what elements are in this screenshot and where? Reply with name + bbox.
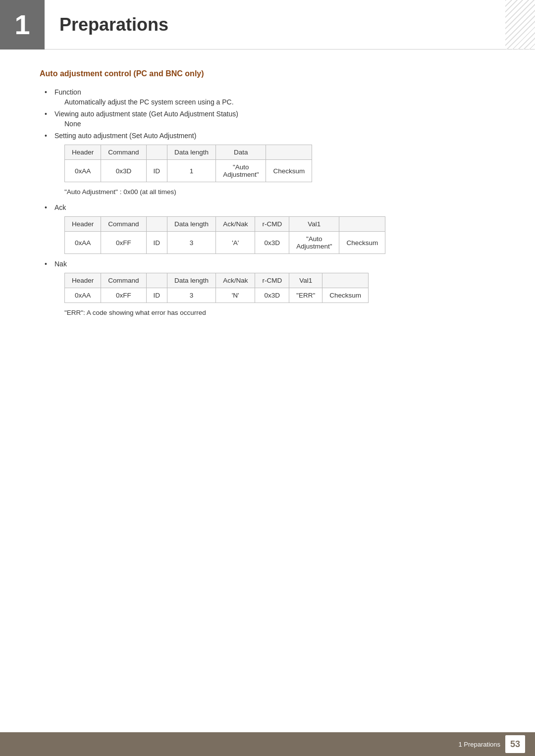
ack-cell-id: ID xyxy=(146,232,167,254)
ack-cell-acknak: 'A' xyxy=(216,232,255,254)
ack-col-header: Header xyxy=(65,217,101,232)
bullet-viewing-label: Viewing auto adjustment state (Get Auto … xyxy=(54,110,238,118)
bullet-ack: Ack Header Command Data length Ack/Nak r… xyxy=(45,203,495,254)
bullet-setting-label: Setting auto adjustment (Set Auto Adjust… xyxy=(54,132,196,140)
chapter-title: Preparations xyxy=(59,14,168,35)
bullet-ack-label: Ack xyxy=(54,203,66,211)
nak-note: "ERR": A code showing what error has occ… xyxy=(64,309,495,316)
bullet-setting: Setting auto adjustment (Set Auto Adjust… xyxy=(45,132,495,196)
cell-header-val: 0xAA xyxy=(65,160,101,182)
col-command: Command xyxy=(101,145,146,160)
ack-col-checksum xyxy=(339,217,385,232)
cell-command-val: 0x3D xyxy=(101,160,146,182)
ack-col-rcmd: r-CMD xyxy=(255,217,289,232)
ack-cell-checksum: Checksum xyxy=(339,232,385,254)
chapter-block: 1 xyxy=(0,0,45,50)
nak-cell-checksum: Checksum xyxy=(322,288,369,303)
bullet-function-detail: Automatically adjust the PC system scree… xyxy=(64,98,495,106)
bullet-viewing-detail: None xyxy=(64,120,495,128)
nak-col-command: Command xyxy=(101,273,146,288)
nak-col-val1: Val1 xyxy=(289,273,322,288)
col-id-header xyxy=(146,145,167,160)
nak-col-rcmd: r-CMD xyxy=(255,273,289,288)
cell-checksum-val: Checksum xyxy=(266,160,312,182)
ack-cell-command: 0xFF xyxy=(101,232,146,254)
ack-cell-rcmd: 0x3D xyxy=(255,232,289,254)
footer-text: 1 Preparations xyxy=(458,741,500,748)
footer-page-number: 53 xyxy=(505,735,525,753)
bullet-function: Function Automatically adjust the PC sys… xyxy=(45,88,495,106)
ack-col-id-header xyxy=(146,217,167,232)
page-header: 1 Preparations xyxy=(0,0,535,50)
ack-cell-val1: "AutoAdjustment" xyxy=(289,232,339,254)
section-title: Auto adjustment control (PC and BNC only… xyxy=(40,69,495,78)
ack-col-acknak: Ack/Nak xyxy=(216,217,255,232)
header-stripe-decoration xyxy=(505,0,535,50)
ack-col-command: Command xyxy=(101,217,146,232)
nak-col-data-length: Data length xyxy=(167,273,216,288)
nak-col-id-header xyxy=(146,273,167,288)
nak-col-acknak: Ack/Nak xyxy=(216,273,255,288)
setting-table-wrapper: Header Command Data length Data 0xAA 0x3… xyxy=(64,145,495,182)
bullet-nak: Nak Header Command Data length Ack/Nak r… xyxy=(45,260,495,316)
ack-table: Header Command Data length Ack/Nak r-CMD… xyxy=(64,216,385,254)
nak-cell-id: ID xyxy=(146,288,167,303)
bullet-nak-label: Nak xyxy=(54,260,67,268)
nak-table: Header Command Data length Ack/Nak r-CMD… xyxy=(64,273,369,303)
col-header: Header xyxy=(65,145,101,160)
page-footer: 1 Preparations 53 xyxy=(0,732,535,756)
nak-col-header: Header xyxy=(65,273,101,288)
nak-cell-length: 3 xyxy=(167,288,216,303)
chapter-number: 1 xyxy=(14,8,30,41)
ack-cell-length: 3 xyxy=(167,232,216,254)
ack-col-val1: Val1 xyxy=(289,217,339,232)
col-checksum-header xyxy=(266,145,312,160)
col-data-length: Data length xyxy=(167,145,216,160)
bullet-function-label: Function xyxy=(54,88,81,96)
nak-cell-rcmd: 0x3D xyxy=(255,288,289,303)
ack-cell-header: 0xAA xyxy=(65,232,101,254)
nak-cell-header: 0xAA xyxy=(65,288,101,303)
nak-cell-command: 0xFF xyxy=(101,288,146,303)
nak-cell-val1: "ERR" xyxy=(289,288,322,303)
setting-table: Header Command Data length Data 0xAA 0x3… xyxy=(64,145,312,182)
cell-id: ID xyxy=(146,160,167,182)
nak-table-wrapper: Header Command Data length Ack/Nak r-CMD… xyxy=(64,273,495,303)
bullet-list: Function Automatically adjust the PC sys… xyxy=(45,88,495,316)
nak-cell-acknak: 'N' xyxy=(216,288,255,303)
bullet-viewing: Viewing auto adjustment state (Get Auto … xyxy=(45,110,495,128)
col-data: Data xyxy=(216,145,266,160)
setting-note: "Auto Adjustment" : 0x00 (at all times) xyxy=(64,188,495,196)
ack-col-data-length: Data length xyxy=(167,217,216,232)
ack-table-wrapper: Header Command Data length Ack/Nak r-CMD… xyxy=(64,216,495,254)
main-content: Auto adjustment control (PC and BNC only… xyxy=(0,50,535,344)
nak-col-checksum xyxy=(322,273,369,288)
cell-data-length-val: 1 xyxy=(167,160,216,182)
cell-data-val: "AutoAdjustment" xyxy=(216,160,266,182)
